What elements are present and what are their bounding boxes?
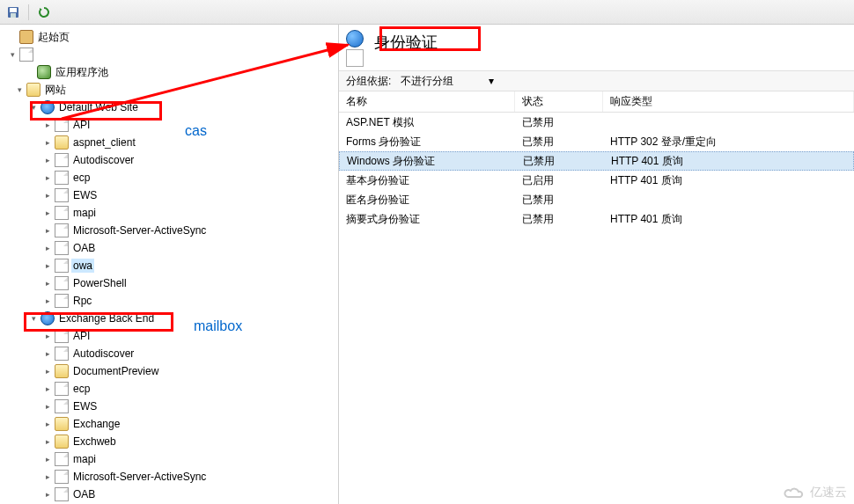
list-row[interactable]: 基本身份验证已启用HTTP 401 质询 [339,171,854,190]
expand-icon[interactable]: ▸ [42,137,53,148]
node-icon [55,259,69,273]
node-label: OAB [71,487,97,501]
expand-icon[interactable]: ▸ [42,471,53,482]
expand-icon[interactable]: ▸ [42,331,53,341]
cell-status: 已启用 [515,171,603,190]
tree-node[interactable]: ▸DocumentPreview [0,362,338,380]
expand-icon[interactable]: ▸ [42,436,53,447]
group-dropdown[interactable]: 不进行分组 ▾ [396,71,498,91]
expand-icon[interactable]: ▸ [42,348,53,359]
cell-status: 已禁用 [515,190,603,209]
node-icon [55,241,69,255]
cell-response: HTTP 401 质询 [603,209,854,229]
cell-status: 已禁用 [516,152,604,170]
list-row[interactable]: Forms 身份验证已禁用HTTP 302 登录/重定向 [339,132,854,151]
col-name[interactable]: 名称 [339,91,515,112]
tree-node[interactable]: ▸Rpc [0,292,338,310]
tree-node[interactable]: ▸Microsoft-Server-ActiveSync [0,222,338,239]
node-label: ecp [71,171,92,185]
annotation-cas: cas [185,123,207,139]
tree-node[interactable]: ▸OAB [0,486,338,503]
expand-icon[interactable]: ▸ [42,383,53,394]
refresh-button[interactable] [36,4,52,20]
expand-icon[interactable]: ▸ [42,208,53,218]
tree-exchange-back-end[interactable]: ▾Exchange Back End [0,310,338,327]
toolbar [0,0,854,25]
tree-node[interactable]: ▸Autodiscover [0,345,338,362]
tree-node[interactable]: ▸aspnet_client [0,134,338,151]
cell-response: HTTP 302 登录/重定向 [603,132,854,151]
tree-node[interactable]: ▸API [0,116,338,134]
cell-response: HTTP 401 质询 [604,152,853,170]
expand-icon[interactable]: ▸ [42,172,53,183]
tree-start-page[interactable]: 起始页 [0,28,338,46]
svg-rect-2 [11,13,16,18]
list-row[interactable]: 摘要式身份验证已禁用HTTP 401 质询 [339,209,854,229]
node-icon [55,135,69,150]
tree-sites[interactable]: ▾网站 [0,81,338,99]
tree-server[interactable]: ▾ [0,46,338,63]
tree-node[interactable]: ▸PowerShell [0,274,338,292]
node-label: PowerShell [71,276,129,290]
tree-node[interactable]: ▸API [0,327,338,345]
page-title: 身份验证 [367,30,445,55]
node-label: API [71,329,92,343]
expand-icon[interactable]: ▸ [42,296,53,306]
expand-icon[interactable]: ▸ [42,190,53,201]
cell-response [603,113,854,132]
tree-node[interactable]: ▸OAB [0,239,338,257]
tree-node[interactable]: ▸ecp [0,169,338,186]
tree-node[interactable]: ▸ecp [0,380,338,398]
node-label: ecp [71,382,92,396]
document-icon [346,49,364,67]
node-label: aspnet_client [71,135,137,150]
tree-node[interactable]: ▸EWS [0,398,338,415]
node-label: DocumentPreview [71,364,160,378]
tree-node[interactable]: ▸Exchange [0,415,338,433]
tree-node[interactable]: ▸owa [0,257,338,274]
node-icon [55,329,69,343]
list-row[interactable]: Windows 身份验证已禁用HTTP 401 质询 [339,151,854,171]
node-label: Exchange [71,417,121,431]
cell-name: 匿名身份验证 [339,190,515,209]
expand-icon[interactable]: ▸ [42,489,53,500]
node-icon [55,153,69,167]
tree-node[interactable]: ▸Autodiscover [0,151,338,169]
expand-icon[interactable]: ▸ [42,243,53,253]
expand-icon[interactable]: ▸ [42,155,53,165]
expand-icon[interactable]: ▸ [42,419,53,429]
cell-response [603,190,854,209]
cell-name: 摘要式身份验证 [339,209,515,229]
globe-icon [346,30,364,47]
node-label: EWS [71,188,99,202]
node-label: API [71,118,92,132]
col-status[interactable]: 状态 [515,91,603,112]
tree-node[interactable]: ▸mapi [0,450,338,468]
cell-status: 已禁用 [515,132,603,151]
tree-default-web-site[interactable]: ▾Default Web Site [0,99,338,116]
tree-node[interactable]: ▸mapi [0,204,338,222]
node-label: Microsoft-Server-ActiveSync [71,223,208,237]
expand-icon[interactable]: ▸ [42,278,53,289]
tree-app-pools[interactable]: 应用程序池 [0,63,338,81]
list-row[interactable]: 匿名身份验证已禁用 [339,190,854,209]
tree-node[interactable]: ▸Microsoft-Server-ActiveSync [0,468,338,486]
expand-icon[interactable]: ▸ [42,260,53,271]
tree-node[interactable]: ▸EWS [0,186,338,204]
tree-node[interactable]: ▸Exchweb [0,433,338,450]
expand-icon[interactable]: ▸ [42,454,53,464]
node-icon [55,435,69,449]
node-label: Microsoft-Server-ActiveSync [71,470,208,484]
expand-icon[interactable]: ▸ [42,366,53,376]
save-button[interactable] [5,4,21,20]
list-row[interactable]: ASP.NET 模拟已禁用 [339,113,854,132]
expand-icon[interactable]: ▸ [42,225,53,236]
node-label: mapi [71,452,98,466]
col-response[interactable]: 响应类型 [603,91,854,112]
node-label: EWS [71,399,99,413]
cell-name: 基本身份验证 [339,171,515,190]
expand-icon[interactable]: ▸ [42,120,53,130]
expand-icon[interactable]: ▸ [42,401,53,412]
list-header[interactable]: 名称 状态 响应类型 [339,91,854,113]
node-label: mapi [71,206,98,220]
